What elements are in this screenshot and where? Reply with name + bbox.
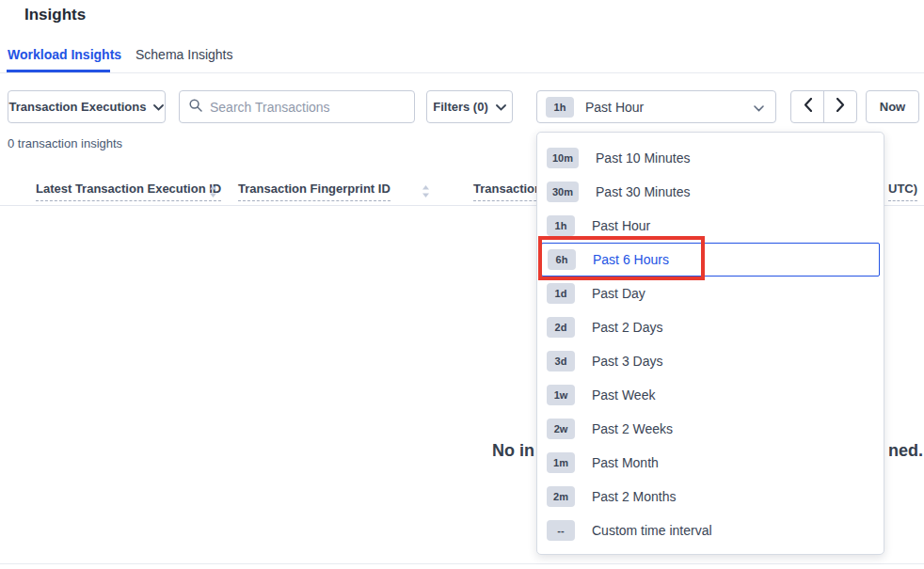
menu-item-past-6-hours[interactable]: 6h Past 6 Hours	[541, 243, 880, 277]
interval-badge: 2d	[547, 317, 575, 338]
entity-type-select[interactable]: Transaction Executions	[8, 90, 166, 123]
interval-label: Past 30 Minutes	[596, 184, 690, 199]
time-interval-dropdown-menu: 10m Past 10 Minutes 30m Past 30 Minutes …	[536, 132, 884, 555]
tab-workload-insights[interactable]: Workload Insights	[8, 47, 121, 62]
filters-button[interactable]: Filters (0)	[426, 90, 513, 123]
column-header-utc[interactable]: UTC)	[888, 182, 917, 201]
time-interval-select[interactable]: 1h Past Hour	[536, 90, 776, 123]
menu-item-past-hour[interactable]: 1h Past Hour	[537, 209, 884, 243]
insights-page: Insights Workload Insights Schema Insigh…	[0, 0, 924, 569]
page-title: Insights	[24, 6, 86, 24]
menu-item-past-2-weeks[interactable]: 2w Past 2 Weeks	[537, 412, 884, 446]
chevron-down-icon	[153, 100, 164, 114]
search-icon	[189, 99, 202, 116]
now-button[interactable]: Now	[866, 90, 919, 123]
menu-item-past-day[interactable]: 1d Past Day	[537, 277, 884, 310]
chevron-down-icon	[496, 100, 506, 114]
search-box[interactable]	[179, 90, 415, 123]
column-header-transaction-fingerprint-id[interactable]: Transaction Fingerprint ID	[238, 182, 390, 201]
time-interval-label: Past Hour	[585, 100, 644, 115]
time-interval-badge: 1h	[546, 97, 574, 118]
interval-badge: 2w	[547, 419, 575, 439]
interval-badge: 1d	[547, 283, 575, 304]
interval-label: Past Month	[592, 455, 659, 470]
interval-label: Past Day	[592, 286, 645, 301]
interval-label: Custom time interval	[592, 523, 712, 538]
interval-badge: 1h	[547, 215, 575, 236]
previous-interval-button[interactable]	[791, 91, 824, 122]
sort-icon[interactable]	[422, 184, 430, 201]
interval-label: Past 6 Hours	[593, 252, 669, 267]
interval-badge: 1m	[547, 452, 575, 473]
menu-item-custom-time-interval[interactable]: -- Custom time interval	[537, 514, 884, 547]
menu-item-past-week[interactable]: 1w Past Week	[537, 378, 884, 412]
filters-button-label: Filters (0)	[433, 100, 488, 114]
interval-label: Past 2 Weeks	[592, 421, 673, 436]
column-header-latest-transaction-execution-id[interactable]: Latest Transaction Execution ID	[36, 182, 221, 201]
chevron-right-icon	[836, 98, 845, 116]
sort-icon[interactable]	[209, 184, 217, 201]
menu-item-past-2-months[interactable]: 2m Past 2 Months	[537, 480, 884, 514]
interval-label: Past 10 Minutes	[596, 150, 690, 166]
entity-type-select-label: Transaction Executions	[9, 100, 147, 114]
interval-label: Past 2 Days	[592, 320, 662, 335]
interval-badge: 10m	[547, 148, 579, 168]
interval-label: Past Week	[592, 387, 655, 403]
empty-state-text-right: ned.	[888, 441, 923, 461]
interval-badge: --	[547, 520, 575, 541]
search-input[interactable]	[210, 100, 405, 115]
menu-item-past-month[interactable]: 1m Past Month	[537, 446, 884, 480]
interval-badge: 30m	[547, 182, 579, 202]
interval-arrow-group	[790, 90, 857, 123]
menu-item-past-30-minutes[interactable]: 30m Past 30 Minutes	[537, 175, 884, 209]
interval-badge: 2m	[547, 486, 575, 507]
interval-badge: 6h	[548, 249, 576, 270]
insights-count: 0 transaction insights	[8, 136, 122, 150]
next-interval-button[interactable]	[824, 91, 856, 122]
tab-schema-insights[interactable]: Schema Insights	[135, 47, 233, 62]
empty-state-text-left: No in	[492, 441, 534, 461]
menu-item-past-3-days[interactable]: 3d Past 3 Days	[537, 344, 884, 378]
interval-label: Past 3 Days	[592, 354, 662, 369]
interval-badge: 1w	[547, 385, 575, 405]
menu-item-past-10-minutes[interactable]: 10m Past 10 Minutes	[537, 141, 884, 175]
chevron-left-icon	[804, 98, 812, 116]
menu-item-past-2-days[interactable]: 2d Past 2 Days	[537, 310, 884, 344]
interval-label: Past 2 Months	[592, 489, 677, 504]
tabs-divider	[0, 72, 924, 73]
now-button-label: Now	[880, 100, 905, 114]
interval-label: Past Hour	[592, 218, 650, 233]
chevron-down-icon	[754, 99, 764, 116]
interval-badge: 3d	[547, 351, 575, 371]
page-bottom-border	[0, 563, 924, 564]
